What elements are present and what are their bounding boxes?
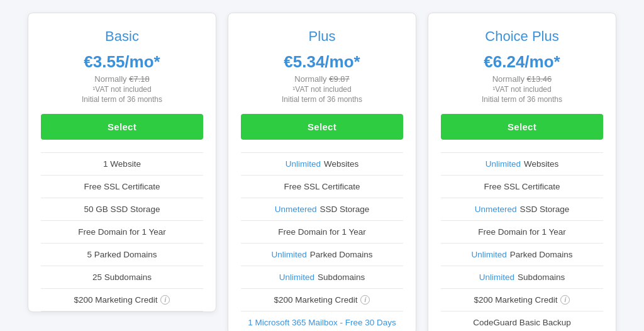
- feature-text-basic-0: 1 Website: [103, 159, 141, 169]
- feature-highlight-plus-5: Unlimited: [279, 272, 314, 282]
- feature-text-plus-0: Websites: [324, 159, 358, 169]
- feature-highlight-choice-plus-2: Unmetered: [475, 205, 517, 214]
- feature-text-basic-1: Free SSL Certificate: [84, 182, 160, 191]
- plan-term-plus: Initial term of 36 months: [241, 95, 403, 104]
- list-item: Unmetered SSD Storage: [241, 198, 403, 221]
- feature-text-plus-2: SSD Storage: [320, 205, 370, 214]
- pricing-container: Basic€3.55/mo*Normally €7.18¹VAT not inc…: [28, 13, 616, 331]
- feature-highlight-plus-0: Unlimited: [286, 159, 321, 169]
- plan-name-choice-plus: Choice Plus: [441, 28, 603, 45]
- list-item: Unlimited Parked Domains: [441, 244, 603, 266]
- feature-text-plus-4: Parked Domains: [310, 250, 373, 259]
- feature-text-basic-6: $200 Marketing Credit: [74, 295, 158, 305]
- plan-vat-plus: ¹VAT not included: [241, 85, 403, 94]
- feature-highlight-plus-2: Unmetered: [275, 205, 317, 214]
- feature-text-plus-3: Free Domain for 1 Year: [278, 227, 366, 237]
- feature-list-basic: 1 WebsiteFree SSL Certificate50 GB SSD S…: [41, 152, 203, 311]
- list-item: Free Domain for 1 Year: [441, 221, 603, 244]
- list-item: 5 Parked Domains: [41, 244, 203, 266]
- list-item: Unlimited Websites: [241, 153, 403, 176]
- plan-normally-basic: Normally €7.18: [41, 74, 203, 84]
- feature-text-choice-plus-2: SSD Storage: [520, 205, 570, 214]
- list-item: $200 Marketing Crediti: [41, 289, 203, 311]
- info-icon[interactable]: i: [560, 295, 570, 305]
- list-item: Free Domain for 1 Year: [241, 221, 403, 244]
- feature-text-plus-5: Subdomains: [318, 272, 365, 282]
- info-icon[interactable]: i: [360, 295, 370, 305]
- list-item: Free Domain for 1 Year: [41, 221, 203, 244]
- plan-normally-choice-plus: Normally €13.46: [441, 74, 603, 84]
- list-item: Free SSL Certificate: [441, 176, 603, 198]
- plan-price-basic: €3.55/mo*: [41, 52, 203, 72]
- select-button-plus[interactable]: Select: [241, 114, 403, 140]
- list-item: 1 Website: [41, 153, 203, 176]
- plan-price-choice-plus: €6.24/mo*: [441, 52, 603, 72]
- list-item: Unlimited Parked Domains: [241, 244, 403, 266]
- list-item: Unmetered SSD Storage: [441, 198, 603, 221]
- list-item: 50 GB SSD Storage: [41, 198, 203, 221]
- feature-text-basic-4: 5 Parked Domains: [87, 250, 157, 259]
- feature-highlight-choice-plus-0: Unlimited: [486, 159, 521, 169]
- feature-text-choice-plus-3: Free Domain for 1 Year: [478, 227, 566, 237]
- feature-text-basic-2: 50 GB SSD Storage: [84, 205, 160, 214]
- info-icon[interactable]: i: [160, 295, 170, 305]
- feature-text-choice-plus-4: Parked Domains: [510, 250, 573, 259]
- list-item: Free SSL Certificate: [241, 176, 403, 198]
- list-item: Unlimited Subdomains: [441, 266, 603, 289]
- feature-text-choice-plus-1: Free SSL Certificate: [484, 182, 560, 191]
- plan-card-choice-plus: Choice Plus€6.24/mo*Normally €13.46¹VAT …: [428, 13, 616, 331]
- feature-list-choice-plus: Unlimited WebsitesFree SSL CertificateUn…: [441, 152, 603, 331]
- feature-highlight-choice-plus-5: Unlimited: [479, 272, 514, 282]
- feature-text-basic-3: Free Domain for 1 Year: [78, 227, 166, 237]
- feature-text-plus-1: Free SSL Certificate: [284, 182, 360, 191]
- select-button-basic[interactable]: Select: [41, 114, 203, 140]
- select-button-choice-plus[interactable]: Select: [441, 114, 603, 140]
- feature-text-choice-plus-7: CodeGuard Basic Backup: [473, 318, 570, 327]
- plan-card-plus: Plus€5.34/mo*Normally €9.87¹VAT not incl…: [228, 13, 416, 331]
- feature-list-plus: Unlimited WebsitesFree SSL CertificateUn…: [241, 152, 403, 331]
- list-item: Unlimited Websites: [441, 153, 603, 176]
- plan-name-plus: Plus: [241, 28, 403, 45]
- feature-highlight-plus-4: Unlimited: [271, 250, 306, 259]
- plan-card-basic: Basic€3.55/mo*Normally €7.18¹VAT not inc…: [28, 13, 216, 312]
- plan-name-basic: Basic: [41, 28, 203, 45]
- feature-text-choice-plus-6: $200 Marketing Credit: [474, 295, 558, 305]
- feature-link-plus-7[interactable]: 1 Microsoft 365 Mailbox - Free 30 Days: [248, 318, 396, 327]
- plan-normally-plus: Normally €9.87: [241, 74, 403, 84]
- plan-term-choice-plus: Initial term of 36 months: [441, 95, 603, 104]
- list-item: $200 Marketing Crediti: [441, 289, 603, 311]
- list-item: 25 Subdomains: [41, 266, 203, 289]
- feature-highlight-choice-plus-4: Unlimited: [471, 250, 506, 259]
- list-item: CodeGuard Basic Backup: [441, 311, 603, 331]
- plan-vat-choice-plus: ¹VAT not included: [441, 85, 603, 94]
- list-item: Unlimited Subdomains: [241, 266, 403, 289]
- feature-text-choice-plus-5: Subdomains: [518, 272, 565, 282]
- feature-text-plus-6: $200 Marketing Credit: [274, 295, 358, 305]
- plan-vat-basic: ¹VAT not included: [41, 85, 203, 94]
- list-item: Free SSL Certificate: [41, 176, 203, 198]
- list-item: $200 Marketing Crediti: [241, 289, 403, 311]
- plan-price-plus: €5.34/mo*: [241, 52, 403, 72]
- feature-text-choice-plus-0: Websites: [524, 159, 558, 169]
- feature-text-basic-5: 25 Subdomains: [92, 272, 152, 282]
- list-item: 1 Microsoft 365 Mailbox - Free 30 Days: [241, 311, 403, 331]
- plan-term-basic: Initial term of 36 months: [41, 95, 203, 104]
